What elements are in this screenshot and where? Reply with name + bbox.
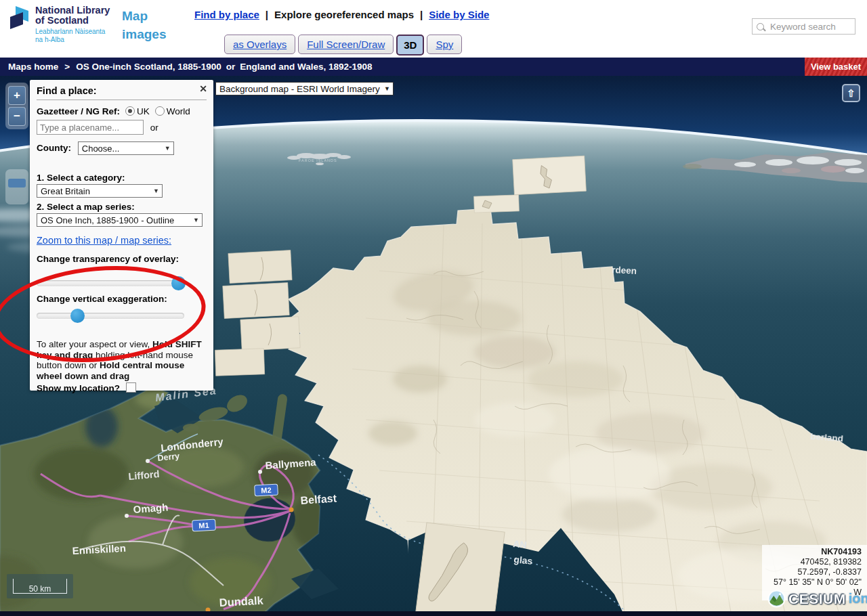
search-icon [757, 23, 764, 30]
series-value: OS One Inch, 1885-1900 - Outline [41, 215, 174, 225]
series-label: 2. Select a map series: [37, 202, 207, 212]
transparency-slider-thumb[interactable] [171, 276, 186, 290]
county-row: County: Choose... ▼ [37, 141, 207, 155]
zoom-in-button[interactable]: + [8, 86, 26, 105]
background-map-select[interactable]: Background map - ESRI World Imagery ▼ [215, 82, 394, 95]
breadcrumb-maps-home[interactable]: Maps home [8, 62, 58, 72]
dundalk-label: Dundalk [219, 594, 264, 609]
nav-explore-current[interactable]: Explore georeferenced maps [274, 9, 414, 20]
map-series-select[interactable]: OS One Inch, 1885-1900 - Outline ▼ [37, 213, 203, 227]
world-radio[interactable] [155, 106, 165, 116]
show-location-row: Show my location? [37, 382, 207, 393]
3d-button-active[interactable]: 3D [396, 35, 424, 56]
scale-bar: 50 km [7, 574, 73, 598]
placename-input[interactable] [37, 120, 144, 135]
m2-shield: M2 [255, 484, 278, 496]
placename-row: or [37, 120, 207, 135]
panel-title: Find a place: [37, 85, 207, 96]
nav-separator: | [420, 9, 423, 20]
zoom-control: + − [5, 83, 28, 129]
nls-logo[interactable]: National Library of Scotland Leabharlann… [9, 5, 110, 44]
category-select[interactable]: Great Britain ▼ [37, 184, 163, 198]
isle-of-man-sheet [414, 523, 505, 616]
site-header: National Library of Scotland Leabharlann… [0, 0, 867, 58]
as-overlays-button[interactable]: as Overlays [224, 35, 295, 54]
gazetteer-row: Gazetteer / NG Ref:UKWorld [37, 106, 207, 116]
close-icon[interactable]: ✕ [199, 83, 207, 94]
breadcrumb-series1: OS One-inch Scotland, 1885-1900 [76, 62, 221, 72]
nav-find-by-place[interactable]: Find by place [194, 9, 259, 20]
show-location-checkbox[interactable] [126, 382, 136, 393]
site-title[interactable]: Map images [122, 7, 166, 43]
category-label: 1. Select a category: [37, 173, 207, 183]
exaggeration-label: Change vertical exaggeration: [37, 294, 207, 304]
exaggeration-slider-wrap [37, 304, 207, 330]
m1-shield: M1 [192, 519, 216, 531]
cesium-ion-logo[interactable]: CESIUM ion [767, 590, 867, 608]
breadcrumb: Maps home > OS One-inch Scotland, 1885-1… [0, 62, 373, 72]
transparency-label: Change transparency of overlay: [37, 254, 207, 264]
chevron-down-icon: ▼ [193, 217, 199, 223]
view-mode-buttons: as Overlays Full Screen/Draw 3D Spy [224, 35, 462, 56]
logo-subtitle-line2: na h-Alba [35, 36, 110, 44]
world-radio-label[interactable]: World [167, 106, 190, 116]
omagh-label: Omagh [133, 501, 169, 515]
transparency-slider-wrap [37, 264, 207, 294]
exaggeration-slider-thumb[interactable] [70, 309, 85, 323]
county-value: Choose... [82, 144, 120, 154]
breadcrumb-series2: England and Wales, 1892-1908 [240, 62, 372, 72]
keyword-search-box [752, 18, 855, 35]
gazetteer-label: Gazetteer / NG Ref: [37, 106, 120, 116]
zoom-to-map-link[interactable]: Zoom to this map / map series: [37, 235, 171, 246]
grid-reference: NK704193 [765, 547, 862, 557]
map-images-app: FAROE ISLANDS [0, 0, 867, 616]
county-select[interactable]: Choose... ▼ [78, 141, 174, 155]
aberdeen-partial-label: rdeen [612, 265, 637, 276]
show-location-label: Show my location? [37, 383, 120, 393]
an-partial-label: AN [513, 538, 528, 550]
breadcrumb-bar: Maps home > OS One-inch Scotland, 1885-1… [0, 58, 867, 76]
find-a-place-panel: ✕ Find a place: Gazetteer / NG Ref:UKWor… [30, 80, 213, 391]
douglas-partial-label: glas [513, 554, 534, 567]
exaggeration-slider[interactable] [37, 313, 184, 319]
fullscreen-draw-button[interactable]: Full Screen/Draw [298, 35, 394, 54]
or-text: or [150, 123, 158, 133]
zoom-slider[interactable] [5, 169, 28, 204]
logo-title-line2: of Scotland [35, 16, 110, 26]
uk-radio-label[interactable]: UK [137, 106, 150, 116]
category-value: Great Britain [41, 186, 90, 196]
breadcrumb-or: or [226, 62, 236, 72]
chevron-down-icon: ▼ [153, 188, 159, 194]
transparency-slider[interactable] [37, 280, 182, 286]
logo-subtitle-line1: Leabharlann Nàiseanta [35, 28, 110, 36]
faroe-label: FAROE ISLANDS [299, 158, 337, 162]
cesium-brand-text: CESIUM [788, 591, 846, 607]
up-arrow-icon: ⇧ [847, 87, 855, 100]
svg-text:M1: M1 [198, 521, 209, 530]
zoom-slider-handle[interactable] [8, 179, 26, 188]
lat-lon-decimal: 57.2597, -0.8337 [765, 567, 862, 577]
cesium-globe-icon [767, 590, 786, 608]
nav-separator: | [266, 9, 268, 20]
reset-view-button[interactable]: ⇧ [842, 84, 860, 102]
uk-radio[interactable] [125, 106, 135, 116]
background-map-value: Background map - ESRI World Imagery [219, 84, 380, 94]
search-input[interactable] [769, 21, 867, 32]
breadcrumb-separator: > [64, 62, 70, 72]
chevron-down-icon: ▼ [165, 145, 171, 152]
nls-logo-mark [9, 5, 30, 35]
svg-text:M2: M2 [261, 486, 272, 495]
zoom-out-button[interactable]: − [8, 107, 26, 126]
scale-label: 50 km [7, 584, 73, 594]
spy-button[interactable]: Spy [427, 35, 462, 54]
top-navigation: Find by place | Explore georeferenced ma… [194, 9, 489, 20]
cesium-ion-text: ion [849, 591, 867, 607]
view-basket-button[interactable]: View basket [805, 58, 867, 76]
nav-side-by-side[interactable]: Side by Side [429, 9, 489, 20]
help-text: To alter your aspect or view, Hold SHIFT… [37, 339, 207, 381]
attribution-bar [0, 611, 867, 616]
county-label: County: [37, 143, 71, 153]
logo-title-line1: National Library [35, 5, 110, 16]
divider [37, 100, 207, 100]
easting-northing: 470452, 819382 [765, 557, 862, 567]
